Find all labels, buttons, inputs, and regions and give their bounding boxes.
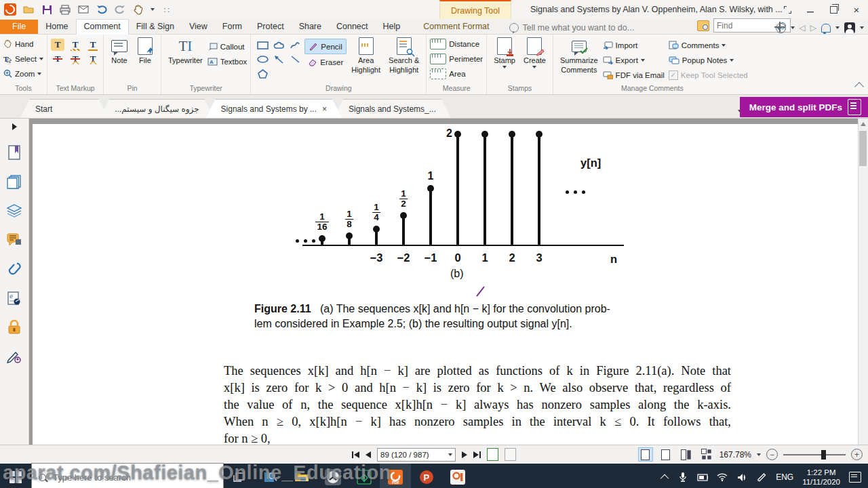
tell-me-box[interactable]: Tell me what you want to do... — [509, 23, 635, 33]
doc-tab-active[interactable]: Signals and Systems by ...× — [206, 99, 342, 118]
gear-icon[interactable] — [776, 23, 786, 33]
facing-view-icon[interactable] — [679, 447, 694, 462]
layers-icon[interactable] — [7, 203, 22, 218]
sign-icon[interactable] — [7, 349, 22, 364]
next-page-button[interactable] — [462, 451, 467, 458]
strikeout-icon[interactable]: T — [51, 53, 64, 65]
perimeter-button[interactable]: Perimeter — [430, 52, 483, 66]
tab-file[interactable]: File — [0, 20, 38, 34]
close-button[interactable]: × — [845, 0, 868, 19]
zoom-slider[interactable] — [783, 454, 846, 455]
cloud-shape-icon[interactable] — [273, 41, 285, 49]
account-dropdown[interactable] — [860, 26, 864, 29]
action-center-icon[interactable] — [849, 472, 861, 483]
search-highlight-button[interactable]: Search &Highlight — [385, 37, 422, 75]
pencil-button[interactable]: Pencil — [304, 39, 347, 54]
powerpoint-icon[interactable]: P — [411, 464, 442, 488]
tab-connect[interactable]: Connect — [329, 20, 376, 34]
history-back-icon[interactable]: ◁ — [800, 23, 806, 33]
import-comments-button[interactable]: Import — [603, 38, 665, 52]
next-view-icon[interactable] — [505, 448, 516, 461]
previous-view-icon[interactable] — [487, 448, 498, 461]
pen-icon[interactable] — [756, 472, 767, 483]
create-stamp-button[interactable]: Create — [520, 37, 549, 69]
polyline-shape-icon[interactable] — [290, 41, 300, 49]
hand-tool-dropdown[interactable] — [151, 8, 155, 11]
notifications-bell-icon[interactable] — [821, 24, 831, 33]
replace-text-icon[interactable]: T — [68, 53, 82, 65]
undo-icon[interactable] — [96, 3, 108, 16]
pdf-page[interactable]: y[n] n (b) 11618141212−3−2−10123 Figure … — [33, 124, 859, 445]
tab-protect[interactable]: Protect — [250, 20, 292, 34]
battery-icon[interactable] — [697, 472, 708, 483]
popup-notes-button[interactable]: Popup Notes — [669, 53, 748, 67]
page-number-box[interactable]: 89 (120 / 987) — [377, 448, 456, 462]
pentagon-shape-icon[interactable] — [258, 69, 268, 79]
expand-panel-arrow-icon[interactable] — [7, 123, 22, 131]
bell-dropdown[interactable] — [835, 26, 840, 29]
page-number-dropdown[interactable] — [448, 453, 452, 456]
tab-home[interactable]: Home — [38, 20, 75, 34]
tray-expand-icon[interactable] — [660, 474, 669, 483]
digital-signatures-icon[interactable]: e — [7, 291, 22, 306]
save-icon[interactable] — [41, 3, 53, 16]
keep-tool-selected-checkbox[interactable]: ✓Keep Tool Selected — [669, 68, 748, 82]
pencil-annotation[interactable] — [475, 285, 486, 298]
print-icon[interactable] — [59, 3, 71, 16]
tab-comment[interactable]: Comment — [76, 19, 129, 35]
security-icon[interactable] — [7, 320, 22, 335]
scroll-up-arrow[interactable] — [861, 122, 866, 126]
insert-text-icon[interactable]: T — [86, 53, 100, 65]
foxit-logo-icon[interactable] — [4, 3, 16, 16]
oval-shape-icon[interactable] — [257, 56, 269, 63]
continuous-facing-view-icon[interactable] — [699, 447, 714, 462]
comments-panel-button[interactable]: Comments — [669, 38, 748, 52]
doc-tab-other[interactable]: Signals and Systems_... — [334, 99, 451, 118]
redo-icon[interactable] — [114, 3, 126, 16]
language-indicator[interactable]: ENG — [776, 472, 793, 482]
typewriter-button[interactable]: TITypewriter — [165, 37, 206, 65]
note-button[interactable]: Note — [107, 37, 132, 65]
open-folder-icon[interactable] — [22, 3, 35, 16]
bookmarks-icon[interactable] — [7, 145, 22, 160]
volume-icon[interactable] — [736, 472, 747, 483]
callout-button[interactable]: Callout — [208, 39, 248, 54]
gear-dropdown[interactable] — [791, 26, 795, 29]
zoom-dropdown[interactable] — [757, 453, 761, 456]
media-app-icon[interactable] — [442, 464, 473, 488]
customize-toolbar-icon[interactable]: ⸬ — [161, 3, 173, 16]
doc-tab-start[interactable]: Start — [20, 99, 108, 118]
hand-button[interactable]: Hand — [3, 37, 43, 51]
email-icon[interactable] — [77, 3, 90, 16]
squiggly-underline-icon[interactable]: T — [68, 39, 82, 51]
area-highlight-button[interactable]: AreaHighlight — [348, 37, 384, 75]
merge-split-button[interactable]: Merge and split PDFs — [740, 97, 868, 117]
doc-tab-persian[interactable]: ...جزوه سیگنال و سیستم — [100, 99, 214, 118]
distance-button[interactable]: Distance — [430, 37, 483, 51]
first-page-button[interactable] — [352, 451, 359, 458]
summarize-comments-button[interactable]: SummarizeComments — [557, 37, 601, 75]
arrow-shape-icon[interactable] — [274, 55, 284, 64]
tab-share[interactable]: Share — [292, 20, 329, 34]
tab-form[interactable]: Form — [215, 20, 250, 34]
scrollbar-thumb[interactable] — [859, 131, 867, 166]
fdf-email-button[interactable]: FDF via Email — [603, 68, 665, 82]
tab-fill-sign[interactable]: Fill & Sign — [129, 20, 182, 34]
taskbar-clock[interactable]: 1:22 PM11/11/2020 — [802, 468, 840, 487]
vertical-scrollbar[interactable] — [858, 119, 868, 445]
restore-button[interactable] — [822, 0, 845, 19]
single-page-view-icon[interactable] — [638, 447, 653, 462]
find-input[interactable] — [714, 21, 779, 30]
zoom-slider-handle[interactable] — [821, 450, 826, 460]
pages-icon[interactable] — [7, 174, 22, 189]
stamp-button[interactable]: Stamp — [490, 37, 519, 69]
account-avatar[interactable] — [844, 22, 855, 33]
zoom-in-button[interactable]: + — [851, 449, 863, 460]
layout-options-icon[interactable] — [776, 0, 799, 19]
export-comments-button[interactable]: Export — [603, 53, 665, 67]
zoom-out-button[interactable]: − — [766, 449, 778, 460]
comments-icon[interactable] — [7, 232, 22, 247]
tab-view[interactable]: View — [182, 20, 215, 34]
context-tab-group[interactable]: Drawing Tool — [439, 0, 511, 20]
wifi-icon[interactable] — [717, 472, 728, 483]
